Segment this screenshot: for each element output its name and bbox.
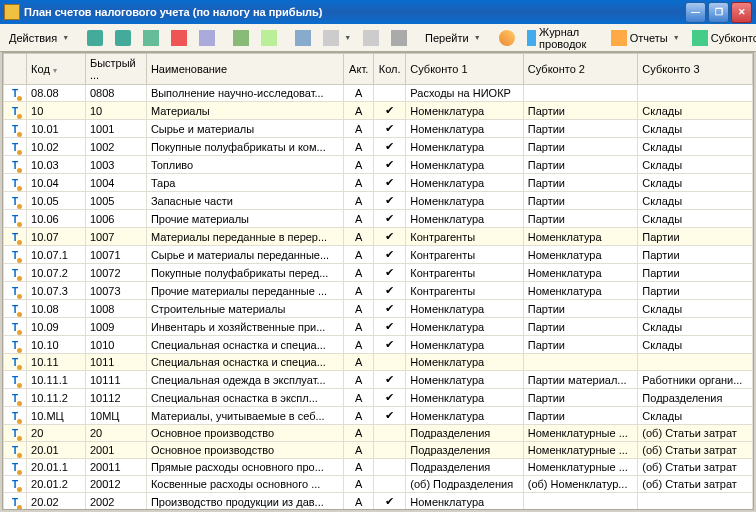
cell-fast: 1009 (85, 318, 146, 336)
header-code[interactable]: Код ▾ (27, 54, 86, 85)
cell-name: Специальная оснастка и специа... (146, 336, 344, 354)
cell-akt: А (344, 174, 374, 192)
cell-sub2: Номенклатура (523, 264, 638, 282)
row-icon-cell: Т (4, 282, 27, 300)
accounts-table: Код ▾ Быстрый ... Наименование Акт. Кол.… (3, 53, 753, 510)
edit-icon (143, 30, 159, 46)
cell-fast: 10МЦ (85, 407, 146, 425)
cell-code: 20 (27, 425, 86, 442)
table-row[interactable]: Т10.031003ТопливоА✔НоменклатураПартииСкл… (4, 156, 753, 174)
cell-name: Покупные полуфабрикаты перед... (146, 264, 344, 282)
go-button[interactable] (494, 27, 520, 49)
cell-sub2: Номенклатура (523, 246, 638, 264)
window-buttons: — ❐ ✕ (685, 2, 752, 23)
header-sub1[interactable]: Субконто 1 (406, 54, 523, 85)
table-row[interactable]: Т10.11.210112Специальная оснастка в эксп… (4, 389, 753, 407)
table-row[interactable]: Т10.07.110071Сырье и материалы переданны… (4, 246, 753, 264)
cell-kol: ✔ (373, 246, 405, 264)
actions-menu[interactable]: Действия▼ (4, 27, 74, 49)
cell-sub1: Номенклатура (406, 120, 523, 138)
table-row[interactable]: Т10.021002Покупные полуфабрикаты и ком..… (4, 138, 753, 156)
row-icon-cell: Т (4, 300, 27, 318)
table-row[interactable]: Т10.011001Сырье и материалыА✔Номенклатур… (4, 120, 753, 138)
header-sub3[interactable]: Субконто 3 (638, 54, 753, 85)
table-row[interactable]: Т20.01.120011Прямые расходы основного пр… (4, 459, 753, 476)
hier-up-button[interactable] (228, 27, 254, 49)
table-row[interactable]: Т10.11.110111Специальная одежда в эксплу… (4, 371, 753, 389)
subkonto-label: Субконто (711, 32, 756, 44)
header-fast[interactable]: Быстрый ... (85, 54, 146, 85)
cell-sub1: Номенклатура (406, 102, 523, 120)
table-row[interactable]: Т10.101010Специальная оснастка и специа.… (4, 336, 753, 354)
add-group-button[interactable] (110, 27, 136, 49)
account-icon: Т (12, 214, 18, 225)
cell-name: Производство продукции из дав... (146, 493, 344, 511)
table-row[interactable]: Т10.041004ТараА✔НоменклатураПартииСклады (4, 174, 753, 192)
cell-sub2: Партии (523, 156, 638, 174)
table-row[interactable]: Т1010МатериалыА✔НоменклатураПартииСклады (4, 102, 753, 120)
header-akt[interactable]: Акт. (344, 54, 374, 85)
edit-button[interactable] (138, 27, 164, 49)
maximize-button[interactable]: ❐ (708, 2, 729, 23)
cell-sub2: Номенклатурные ... (523, 425, 638, 442)
table-row[interactable]: Т10.07.210072Покупные полуфабрикаты пере… (4, 264, 753, 282)
minimize-button[interactable]: — (685, 2, 706, 23)
subkonto-menu[interactable]: Субконто▼ (687, 27, 756, 49)
table-row[interactable]: Т10.07.310073Прочие материалы переданные… (4, 282, 753, 300)
copy-button[interactable] (194, 27, 220, 49)
cell-kol: ✔ (373, 336, 405, 354)
table-row[interactable]: Т20.01.220012Косвенные расходы основного… (4, 476, 753, 493)
header-sub2[interactable]: Субконто 2 (523, 54, 638, 85)
cell-sub1: Номенклатура (406, 389, 523, 407)
cell-sub3: (об) Статьи затрат (638, 425, 753, 442)
table-row[interactable]: Т10.МЦ10МЦМатериалы, учитываемые в себ..… (4, 407, 753, 425)
cell-code: 10.09 (27, 318, 86, 336)
cell-sub3: Склады (638, 120, 753, 138)
cell-name: Сырье и материалы (146, 120, 344, 138)
filter-button[interactable]: ▼ (318, 27, 356, 49)
cell-name: Прочие материалы (146, 210, 344, 228)
table-row[interactable]: Т10.061006Прочие материалыА✔Номенклатура… (4, 210, 753, 228)
delete-button[interactable] (166, 27, 192, 49)
cell-name: Прямые расходы основного про... (146, 459, 344, 476)
header-icon[interactable] (4, 54, 27, 85)
cell-kol: ✔ (373, 210, 405, 228)
goto-menu[interactable]: Перейти▼ (420, 27, 486, 49)
cell-sub2: Номенклатура (523, 228, 638, 246)
cell-kol: ✔ (373, 120, 405, 138)
table-row[interactable]: Т20.022002Производство продукции из дав.… (4, 493, 753, 511)
cell-sub1: Контрагенты (406, 264, 523, 282)
cell-kol: ✔ (373, 102, 405, 120)
account-icon: Т (12, 160, 18, 171)
table-row[interactable]: Т10.081008Строительные материалыА✔Номенк… (4, 300, 753, 318)
table-row[interactable]: Т10.091009Инвентарь и хозяйственные при.… (4, 318, 753, 336)
cell-sub2: Партии (523, 192, 638, 210)
cell-code: 20.01 (27, 442, 86, 459)
table-row[interactable]: Т10.071007Материалы переданные в перер..… (4, 228, 753, 246)
add-button[interactable] (82, 27, 108, 49)
header-kol[interactable]: Кол. (373, 54, 405, 85)
close-button[interactable]: ✕ (731, 2, 752, 23)
reports-menu[interactable]: Отчеты▼ (606, 27, 685, 49)
table-row[interactable]: Т08.080808Выполнение научно-исследоват..… (4, 85, 753, 102)
cell-code: 10.07.1 (27, 246, 86, 264)
cell-sub3: Склады (638, 300, 753, 318)
hier-down-button[interactable] (256, 27, 282, 49)
filter-off-button[interactable] (386, 27, 412, 49)
header-name[interactable]: Наименование (146, 54, 344, 85)
table-row[interactable]: Т2020Основное производствоАПодразделения… (4, 425, 753, 442)
dropdown-icon: ▼ (62, 34, 69, 41)
cell-sub1: Номенклатура (406, 192, 523, 210)
cell-fast: 1011 (85, 354, 146, 371)
account-icon: Т (12, 375, 18, 386)
table-row[interactable]: Т10.111011Специальная оснастка и специа.… (4, 354, 753, 371)
table-row[interactable]: Т20.012001Основное производствоАПодразде… (4, 442, 753, 459)
cell-sub1: Номенклатура (406, 174, 523, 192)
cell-kol: ✔ (373, 371, 405, 389)
cell-sub3: Партии (638, 282, 753, 300)
refresh-button[interactable] (290, 27, 316, 49)
table-row[interactable]: Т10.051005Запасные частиА✔НоменклатураПа… (4, 192, 753, 210)
grid-container[interactable]: Код ▾ Быстрый ... Наименование Акт. Кол.… (2, 52, 754, 510)
journal-button[interactable]: Журнал проводок (522, 27, 598, 49)
filter2-button[interactable] (358, 27, 384, 49)
